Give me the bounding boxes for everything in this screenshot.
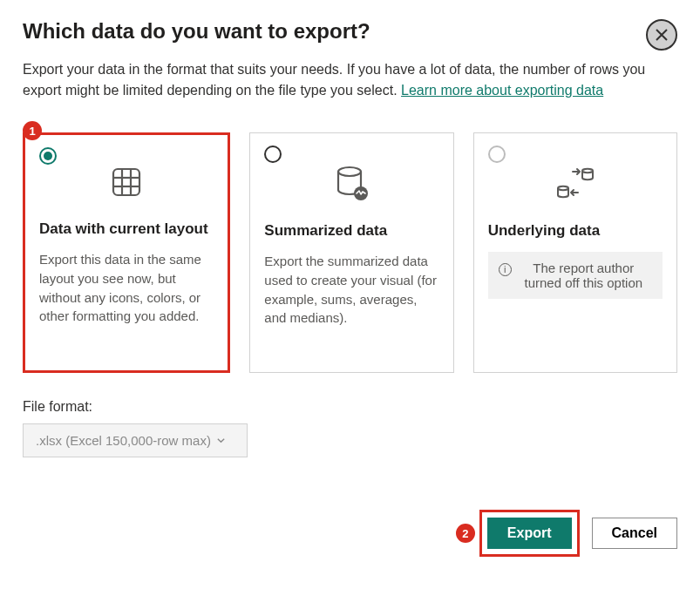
radio-current-layout[interactable] (39, 147, 57, 165)
option-title: Underlying data (488, 222, 663, 240)
cancel-button[interactable]: Cancel (592, 518, 677, 549)
file-format-label: File format: (23, 399, 677, 415)
option-description: Export the summarized data used to creat… (264, 252, 438, 328)
callout-marker-2: 2 (456, 524, 475, 543)
file-format-select[interactable]: .xlsx (Excel 150,000-row max) (23, 423, 248, 457)
option-title: Summarized data (264, 222, 438, 240)
export-options: Data with current layout Export this dat… (23, 132, 677, 373)
dialog-title: Which data do you want to export? (23, 19, 370, 44)
export-highlight: 2 Export (479, 510, 580, 557)
file-format-value: .xlsx (Excel 150,000-row max) (36, 433, 211, 448)
option-title: Data with current layout (39, 220, 214, 238)
option-summarized[interactable]: Summarized data Export the summarized da… (249, 132, 453, 373)
svg-point-8 (558, 186, 568, 190)
svg-point-7 (582, 169, 593, 173)
dialog-description: Export your data in the format that suit… (23, 59, 650, 101)
option-disabled-note: i The report author turned off this opti… (488, 252, 663, 299)
svg-rect-0 (113, 169, 139, 195)
close-icon (656, 29, 668, 41)
disabled-note-text: The report author turned off this option (515, 261, 652, 290)
info-icon: i (499, 263, 512, 276)
chevron-down-icon (216, 436, 226, 445)
database-summary-icon (264, 163, 438, 205)
close-button[interactable] (646, 19, 677, 51)
database-transfer-icon (488, 163, 663, 205)
radio-summarized[interactable] (264, 146, 282, 163)
dialog-footer: 2 Export Cancel (23, 510, 677, 557)
option-description: Export this data in the same layout you … (39, 250, 214, 326)
option-underlying: Underlying data i The report author turn… (473, 132, 677, 373)
option-current-layout[interactable]: Data with current layout Export this dat… (23, 132, 230, 373)
table-icon (39, 161, 214, 203)
export-button[interactable]: Export (487, 518, 572, 549)
svg-point-5 (338, 167, 361, 176)
radio-underlying (488, 146, 506, 163)
learn-more-link[interactable]: Learn more about exporting data (401, 83, 603, 98)
callout-marker-1: 1 (23, 121, 42, 140)
